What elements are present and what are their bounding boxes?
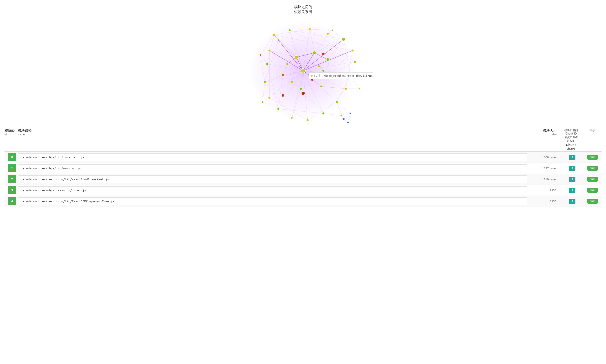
chunks-cell[interactable]: 2 (561, 177, 583, 182)
id-cell: 1 (4, 164, 18, 172)
svg-point-122 (277, 39, 279, 40)
built-badge: built (587, 155, 597, 160)
svg-point-109 (351, 49, 354, 52)
flags-cell: built (583, 199, 602, 204)
svg-point-120 (266, 63, 268, 65)
svg-point-132 (320, 85, 322, 88)
graph-canvas: [97] ./node_modules/react-dom/lib/ReactD… (234, 17, 373, 125)
svg-point-112 (345, 88, 347, 90)
svg-point-107 (327, 33, 329, 35)
svg-point-121 (268, 49, 271, 52)
svg-point-123 (260, 54, 261, 56)
svg-point-149 (311, 75, 313, 77)
svg-point-129 (313, 51, 316, 54)
chunks-header-main: 模块所属的 (565, 129, 578, 132)
table-headers: 模块ID id 模块路径 name 模块大小 size 模块所属的 Chunk … (4, 127, 602, 152)
svg-point-146 (347, 121, 349, 123)
id-badge: 0 (8, 153, 16, 161)
chunk-badge[interactable]: 2 (569, 177, 575, 182)
id-badge: 3 (8, 186, 16, 194)
svg-point-104 (273, 33, 275, 36)
id-header-sub: id (4, 133, 18, 136)
name-cell-wrapper: ./node_modules/fbjs/lib/invariant.js (18, 153, 530, 161)
graph-section: 模块之间的 依赖关系图 (0, 0, 606, 127)
name-header-main: 模块路径 (18, 129, 530, 133)
graph-title: 模块之间的 依赖关系图 (294, 4, 312, 15)
table-row: 2 ./node_modules/react-dom/lib/reactProd… (4, 174, 602, 185)
flags-cell: built (583, 166, 602, 171)
table-body: 0 ./node_modules/fbjs/lib/invariant.js 1… (4, 152, 602, 207)
id-cell: 3 (4, 186, 18, 194)
chunks-header-line5: Chunk (566, 143, 577, 147)
table-section: 模块ID id 模块路径 name 模块大小 size 模块所属的 Chunk … (0, 127, 606, 207)
module-path: ./node_modules/fbjs/lib/invariant.js (18, 153, 527, 161)
built-badge: built (587, 177, 597, 182)
col-size-header: 模块大小 size (530, 129, 561, 136)
svg-point-108 (342, 38, 345, 41)
chunk-badge[interactable]: 2 (569, 166, 575, 171)
chunks-cell[interactable]: 2 (561, 166, 583, 171)
table-row: 4 ./node_modules/react-dom/lib/ReactDOMC… (4, 196, 602, 207)
page-container: 模块之间的 依赖关系图 (0, 0, 606, 364)
name-header-sub: name (18, 133, 530, 136)
flags-cell: built (583, 155, 602, 160)
chunks-header-line2: Chunk ID (565, 132, 577, 135)
svg-line-92 (348, 113, 350, 122)
svg-point-128 (295, 55, 298, 59)
graph-title-line1: 模块之间的 (294, 5, 312, 9)
svg-point-134 (300, 88, 302, 90)
chunk-badge[interactable]: 2 (569, 155, 575, 160)
id-badge: 2 (8, 175, 16, 183)
flags-cell: built (583, 177, 602, 182)
svg-point-139 (318, 65, 320, 67)
svg-point-113 (336, 101, 338, 103)
svg-point-135 (291, 81, 293, 83)
size-cell: 1897 bytes (530, 167, 561, 170)
svg-point-106 (309, 28, 311, 30)
name-cell-wrapper: ./node_modules/object-assign/index.js (18, 186, 530, 194)
svg-point-115 (306, 119, 309, 121)
col-chunks-header: 模块所属的 Chunk ID 可点击查看 对应的 Chunk chunks (561, 129, 583, 151)
id-badge: 1 (8, 164, 16, 172)
svg-point-142 (282, 94, 284, 97)
id-badge: 4 (8, 197, 16, 205)
module-path: ./node_modules/react-dom/lib/ReactDOMCom… (18, 197, 527, 205)
chunks-cell[interactable]: 2 (561, 199, 583, 204)
svg-point-137 (286, 63, 289, 65)
table-row: 3 ./node_modules/object-assign/index.js … (4, 185, 602, 196)
col-flags-header: flags (583, 129, 602, 132)
table-row: 1 ./node_modules/fbjs/lib/warning.js 189… (4, 163, 602, 174)
chunks-header-line4: 对应的 (567, 139, 575, 142)
chunk-badge[interactable]: 2 (569, 199, 575, 204)
chunks-header-line3: 可点击查看 (565, 136, 578, 139)
svg-point-117 (277, 108, 279, 110)
svg-point-110 (354, 61, 356, 63)
svg-point-138 (322, 70, 324, 72)
col-id-header: 模块ID id (4, 129, 18, 136)
built-badge: built (587, 188, 597, 193)
svg-point-116 (291, 117, 293, 119)
svg-point-136 (282, 74, 284, 77)
size-cell: 2 KiB (530, 189, 561, 192)
built-badge: built (587, 166, 597, 171)
chunks-cell[interactable]: 2 (561, 155, 583, 160)
size-cell: 6 KiB (530, 200, 561, 203)
dependency-graph-svg: [97] ./node_modules/react-dom/lib/ReactD… (234, 17, 373, 125)
id-cell: 4 (4, 197, 18, 205)
flags-cell: built (583, 188, 602, 193)
name-cell-wrapper: ./node_modules/react-dom/lib/ReactDOMCom… (18, 197, 530, 205)
chunks-cell[interactable]: 2 (561, 188, 583, 193)
svg-text:[97] ./node_modules/react-dom/: [97] ./node_modules/react-dom/lib/ReactD… (314, 74, 373, 78)
svg-point-118 (268, 97, 271, 99)
svg-point-125 (358, 88, 360, 90)
svg-line-90 (344, 113, 350, 119)
flags-header-sub: flags (583, 129, 602, 132)
size-cell: 1506 bytes (530, 156, 561, 159)
svg-line-93 (337, 102, 350, 113)
chunk-badge[interactable]: 2 (569, 188, 575, 193)
id-cell: 2 (4, 175, 18, 183)
svg-point-127 (262, 101, 263, 103)
id-header-main: 模块ID (4, 129, 18, 133)
size-header-sub: size (530, 133, 557, 136)
chunks-header-sub: chunks (567, 147, 575, 150)
